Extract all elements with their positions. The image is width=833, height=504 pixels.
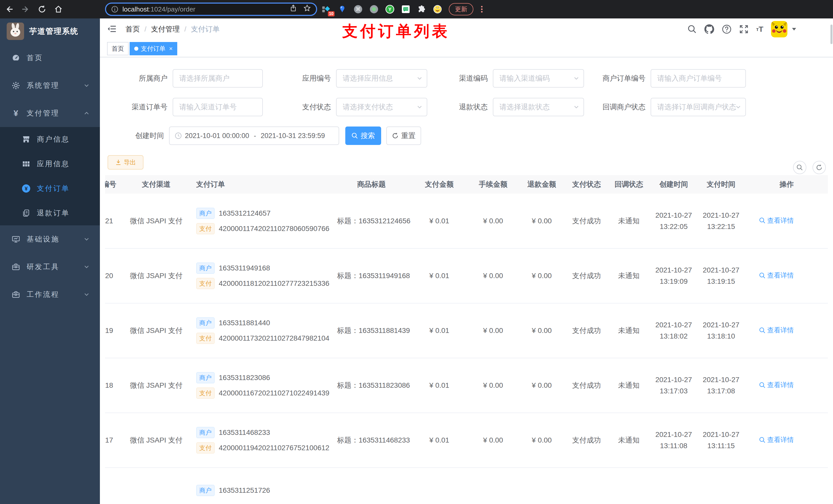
screen: localhost:1024/pay/order 10 ⌘ Y <box>0 0 833 504</box>
chevron-down-icon <box>573 75 579 81</box>
view-detail-link[interactable]: 查看详情 <box>759 271 794 280</box>
gray-dot-extension-icon[interactable] <box>370 5 379 14</box>
sidebar-item-merchant-info[interactable]: 商户信息 <box>0 127 100 152</box>
sidebar-item-workflow[interactable]: 工作流程 <box>0 281 100 308</box>
cell-id <box>105 467 120 504</box>
filter-date-row: 创建时间 2021-10-01 00:00:00 - 2021-10-31 23… <box>100 126 833 145</box>
raindrop-extension-icon[interactable]: 10 <box>322 5 331 14</box>
cell-id: 20 <box>105 248 120 303</box>
view-detail-link[interactable]: 查看详情 <box>759 216 794 225</box>
breadcrumb-home[interactable]: 首页 <box>125 24 140 34</box>
cell-create-time: 2021-10-2713:17:03 <box>651 358 697 413</box>
sidebar-item-payment[interactable]: ¥支付管理 <box>0 99 100 127</box>
help-icon[interactable] <box>722 24 732 34</box>
tab-home[interactable]: 首页 <box>107 42 128 55</box>
chevron-down-icon[interactable] <box>792 28 796 30</box>
cell-pay-time <box>697 467 745 504</box>
filter-channel-code-select[interactable]: 请输入渠道编码 <box>493 69 584 88</box>
browser-reload-button[interactable] <box>35 2 49 16</box>
address-bar[interactable]: localhost:1024/pay/order <box>105 3 317 16</box>
cell-pay-amount <box>410 467 469 504</box>
sidebar-item-pay-order[interactable]: ¥支付订单 <box>0 176 100 201</box>
sidebar-item-label: 基础设施 <box>27 234 60 244</box>
browser-forward-button[interactable] <box>19 2 33 16</box>
filter-app-no: 应用编号请选择应用信息 <box>266 69 427 88</box>
tab-pay-order[interactable]: 支付订单 × <box>129 42 177 55</box>
avatar[interactable] <box>771 21 787 38</box>
browser-menu-icon[interactable] <box>481 6 482 13</box>
table-header-cell: 支付时间 <box>697 175 745 194</box>
merchant-order-line: 商户1635311881440 <box>196 317 333 329</box>
cell-product-title <box>333 467 410 504</box>
sidebar-item-infrastructure[interactable]: 基础设施 <box>0 225 100 253</box>
browser-back-button[interactable] <box>2 2 16 16</box>
puzzle-extensions-icon[interactable] <box>417 5 426 14</box>
gauge-icon <box>11 53 21 63</box>
table-row: 17微信 JSAPI 支付商户1635311468233支付4200001194… <box>105 413 828 467</box>
font-size-icon[interactable]: тT <box>756 25 763 33</box>
balloon-extension-icon[interactable] <box>338 5 347 14</box>
cell-action <box>745 467 828 504</box>
download-icon <box>115 159 122 166</box>
sidebar-item-label: 研发工具 <box>27 262 60 272</box>
export-button[interactable]: 导出 <box>108 155 143 170</box>
placeholder-text: 请选择支付状态 <box>337 102 393 112</box>
breadcrumb-pay-management[interactable]: 支付管理 <box>151 24 180 34</box>
sidebar-item-system[interactable]: 系统管理 <box>0 72 100 99</box>
cell-id: 21 <box>105 194 120 248</box>
sidebar-item-refund-order[interactable]: 退款订单 <box>0 201 100 225</box>
fullscreen-icon[interactable] <box>739 25 748 34</box>
pay-order-line: 支付4200001173202110272847982104 <box>196 333 333 344</box>
y-extension-icon[interactable]: Y <box>385 5 395 14</box>
filter-pay-status-select[interactable]: 请选择支付状态 <box>336 98 427 116</box>
search-icon[interactable] <box>688 25 697 34</box>
browser-update-button[interactable]: 更新 <box>449 3 473 15</box>
view-detail-link[interactable]: 查看详情 <box>759 381 794 389</box>
merchant-order-line: 商户1635311823086 <box>196 372 333 383</box>
refresh-table-button[interactable] <box>812 161 826 174</box>
arrow-left-icon <box>5 5 14 14</box>
cell-pay-time: 2021-10-2713:18:10 <box>697 303 745 358</box>
filter-channel-order-no-input[interactable]: 请输入渠道订单号 <box>173 98 263 116</box>
filter-app-no-select[interactable]: 请选择应用信息 <box>336 69 427 88</box>
svg-text:Y: Y <box>388 7 391 12</box>
cell-pay-channel: 微信 JSAPI 支付 <box>120 194 192 248</box>
scrollbar[interactable] <box>830 25 832 44</box>
view-detail-link[interactable]: 查看详情 <box>759 435 794 444</box>
cell-pay-channel: 微信 JSAPI 支付 <box>120 248 192 303</box>
table-row: 商户1635311251726 <box>105 467 828 504</box>
cell-pay-amount: ¥ 0.01 <box>410 194 469 248</box>
cell-refund-amount: ¥ 0.00 <box>518 413 566 467</box>
chevron-down-icon <box>84 264 90 270</box>
filter-refund-status-select[interactable]: 请选择退款状态 <box>493 98 584 116</box>
search-button[interactable]: 搜索 <box>345 126 381 145</box>
sidebar-item-app-info[interactable]: 应用信息 <box>0 152 100 176</box>
toggle-search-button[interactable] <box>793 161 806 174</box>
table-row: 19微信 JSAPI 支付商户1635311881440支付4200001173… <box>105 303 828 358</box>
view-detail-link[interactable]: 查看详情 <box>759 326 794 335</box>
chat-extension-icon[interactable] <box>401 5 410 14</box>
menu-fold-icon[interactable] <box>107 24 117 36</box>
reset-button[interactable]: 重置 <box>386 126 421 145</box>
command-extension-icon[interactable]: ⌘ <box>354 5 363 14</box>
sidebar-item-home[interactable]: 首页 <box>0 44 100 72</box>
placeholder-text: 请选择所属商户 <box>173 73 230 83</box>
github-icon[interactable] <box>705 24 714 34</box>
cell-notify-status <box>607 467 651 504</box>
filter-merchant-input[interactable]: 请选择所属商户 <box>173 69 263 88</box>
merchant-order-no: 1635311468233 <box>219 429 270 437</box>
filter-merchant-order-no-input[interactable]: 请输入商户订单编号 <box>651 69 746 88</box>
bookmark-star-icon[interactable] <box>303 4 311 14</box>
emoji-extension-icon[interactable] <box>433 5 442 14</box>
cell-action: 查看详情 <box>745 303 828 358</box>
browser-home-button[interactable] <box>51 2 66 16</box>
share-icon[interactable] <box>289 4 297 14</box>
site-info-icon[interactable] <box>111 6 118 13</box>
sidebar-menu: 首页系统管理¥支付管理商户信息应用信息¥支付订单退款订单基础设施研发工具工作流程 <box>0 44 100 308</box>
placeholder-text: 请选择订单回调商户状态 <box>651 102 736 112</box>
close-icon[interactable]: × <box>169 45 173 52</box>
create-time-range-picker[interactable]: 2021-10-01 00:00:00 - 2021-10-31 23:59:5… <box>169 126 339 145</box>
filter-callback-status-select[interactable]: 请选择订单回调商户状态 <box>651 98 746 116</box>
sidebar-item-label: 工作流程 <box>27 290 60 299</box>
sidebar-item-dev-tools[interactable]: 研发工具 <box>0 253 100 281</box>
